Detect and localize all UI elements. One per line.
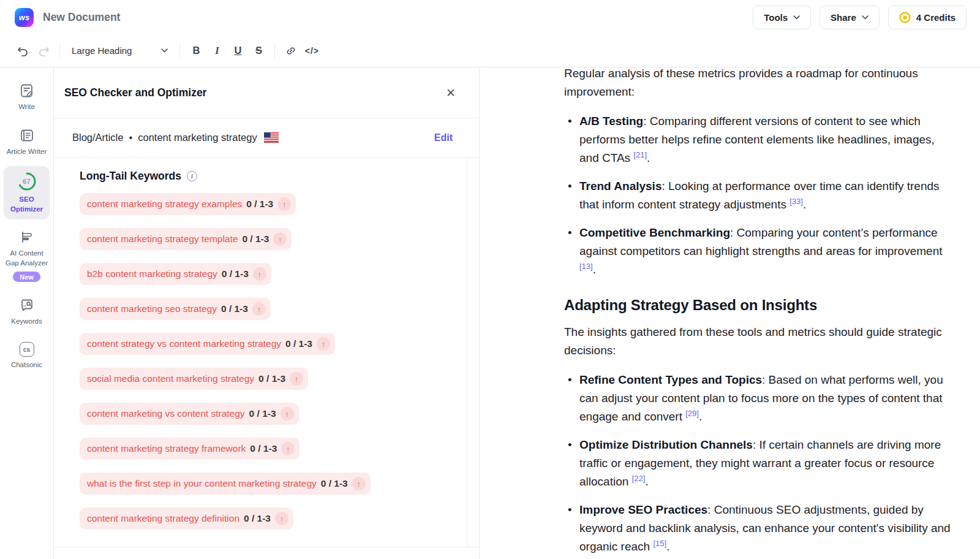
share-button[interactable]: Share: [820, 6, 880, 29]
sidebar-item-ai-content-gap-analyzer[interactable]: AI Content Gap Analyzer New: [4, 224, 50, 287]
keyword-pill[interactable]: b2b content marketing strategy0 / 1-3↑: [80, 263, 271, 285]
keyword-text: content marketing strategy definition: [87, 513, 239, 524]
sidebar-item-chatsonic[interactable]: cs Chatsonic: [4, 337, 50, 376]
citation-link[interactable]: [21]: [633, 150, 647, 159]
keyword-row: b2b content marketing strategy0 / 1-3↑: [80, 263, 467, 285]
italic-button[interactable]: I: [206, 40, 227, 61]
app-body: Write Article Writer 67 SEO Optimizer AI…: [0, 67, 980, 559]
text-style-value: Large Heading: [72, 45, 132, 56]
seo-score-ring: 67: [17, 172, 37, 191]
keyword-row: content marketing strategy framework0 / …: [80, 438, 467, 460]
keyword-pill[interactable]: content marketing strategy template0 / 1…: [80, 228, 292, 250]
keywords-scroll-area[interactable]: Long-Tail Keywords i content marketing s…: [54, 158, 467, 547]
keyword-pill[interactable]: content strategy vs content marketing st…: [80, 333, 335, 355]
close-icon[interactable]: ✕: [446, 87, 456, 99]
keyword-row: content strategy vs content marketing st…: [80, 333, 467, 355]
arrow-up-icon: ↑: [352, 477, 366, 490]
top-bar: ws New Document Tools Share 4 Credits: [0, 0, 980, 34]
list-item: Optimize Distribution Channels: If certa…: [564, 436, 956, 492]
keyword-pill[interactable]: content marketing strategy definition0 /…: [80, 508, 293, 530]
seo-panel-title: SEO Checker and Optimizer: [64, 86, 206, 99]
credits-button[interactable]: 4 Credits: [888, 6, 967, 29]
bold-icon: B: [192, 45, 200, 56]
keyword-row: content marketing strategy examples0 / 1…: [80, 193, 467, 215]
code-button[interactable]: </>: [301, 40, 322, 61]
section-heading: Adapting Strategy Based on Insights: [564, 296, 956, 314]
sidebar-item-article-writer[interactable]: Article Writer: [4, 122, 50, 162]
keyword-text: what is the first step in your content m…: [87, 478, 317, 489]
long-tail-keywords-header: Long-Tail Keywords i: [80, 170, 467, 183]
italic-icon: I: [215, 45, 219, 57]
redo-button[interactable]: [33, 40, 54, 61]
chevron-down-icon: [793, 15, 800, 20]
keyword-pill[interactable]: content marketing seo strategy0 / 1-3↑: [80, 298, 271, 320]
redo-icon: [38, 45, 50, 56]
sidebar-item-label: Keywords: [11, 317, 42, 327]
keyword-count: 0 / 1-3: [285, 338, 312, 349]
keyword-row: content marketing vs content strategy0 /…: [80, 403, 467, 425]
seo-checker-panel: SEO Checker and Optimizer ✕ Blog/Article…: [54, 67, 480, 559]
sidebar-item-label: SEO Optimizer: [5, 195, 48, 214]
undo-button[interactable]: [12, 40, 33, 61]
seo-panel-footer: [54, 547, 479, 559]
seo-score-value: 67: [17, 172, 37, 191]
document-editor[interactable]: Regular analysis of these metrics provid…: [480, 67, 980, 559]
target-keyword-label: content marketing strategy: [138, 132, 257, 143]
seo-panel-header: SEO Checker and Optimizer ✕: [54, 67, 479, 118]
list-item: Competitive Benchmarking: Comparing your…: [564, 224, 956, 280]
sidebar-item-keywords[interactable]: Keywords: [4, 292, 50, 332]
sidebar-item-write[interactable]: Write: [4, 77, 50, 118]
strikethrough-button[interactable]: S: [248, 40, 269, 61]
link-button[interactable]: [281, 40, 301, 61]
arrow-up-icon: ↑: [317, 337, 330, 351]
left-sidebar: Write Article Writer 67 SEO Optimizer AI…: [0, 67, 54, 559]
underline-button[interactable]: U: [227, 40, 248, 61]
keyword-text: content marketing vs content strategy: [87, 408, 245, 419]
tools-label: Tools: [764, 12, 788, 23]
keyword-pill[interactable]: social media content marketing strategy0…: [80, 368, 308, 390]
credits-label: 4 Credits: [916, 12, 956, 23]
citation-link[interactable]: [29]: [685, 409, 699, 418]
citation-link[interactable]: [22]: [632, 474, 646, 483]
citation-link[interactable]: [15]: [653, 539, 666, 548]
scrollbar-gutter[interactable]: [467, 158, 479, 547]
document-title[interactable]: New Document: [43, 11, 120, 24]
seo-target-summary: Blog/Article • content marketing strateg…: [72, 132, 279, 143]
keyword-count: 0 / 1-3: [250, 443, 277, 454]
text-style-dropdown[interactable]: Large Heading: [66, 45, 174, 56]
keyword-pill[interactable]: content marketing strategy framework0 / …: [80, 438, 300, 460]
toolbar-divider: [59, 44, 60, 58]
keyword-row: social media content marketing strategy0…: [80, 368, 467, 390]
toolbar-divider: [274, 44, 275, 58]
citation-link[interactable]: [33]: [790, 197, 803, 206]
arrow-up-icon: ↑: [273, 232, 287, 246]
keyword-row: what is the first step in your content m…: [80, 473, 467, 495]
chatsonic-icon-text: cs: [23, 346, 31, 353]
edit-button[interactable]: Edit: [434, 132, 453, 143]
keyword-pill[interactable]: what is the first step in your content m…: [80, 473, 371, 495]
list-item: Trend Analysis: Looking at performance o…: [564, 177, 956, 215]
sidebar-item-seo-optimizer[interactable]: 67 SEO Optimizer: [4, 166, 50, 219]
top-bar-actions: Tools Share 4 Credits: [753, 6, 967, 29]
write-icon: [19, 83, 35, 99]
arrow-up-icon: ↑: [277, 197, 291, 211]
keyword-pill[interactable]: content marketing strategy examples0 / 1…: [80, 193, 296, 215]
keywords-icon: [19, 297, 35, 313]
toolbar-divider: [179, 44, 180, 58]
citation-link[interactable]: [13]: [579, 262, 593, 271]
keyword-text: content marketing strategy examples: [87, 199, 242, 210]
keyword-pill[interactable]: content marketing vs content strategy0 /…: [80, 403, 299, 425]
info-icon[interactable]: i: [187, 171, 197, 181]
keyword-text: content strategy vs content marketing st…: [87, 338, 281, 349]
us-flag-icon: [264, 132, 279, 143]
arrow-up-icon: ↑: [281, 407, 294, 420]
bold-button[interactable]: B: [186, 40, 206, 61]
seo-panel-subheader: Blog/Article • content marketing strateg…: [54, 118, 479, 158]
arrow-up-icon: ↑: [290, 372, 303, 386]
writesonic-logo: ws: [15, 8, 34, 27]
tools-button[interactable]: Tools: [753, 6, 811, 29]
editor-toolbar: Large Heading B I U S </>: [0, 34, 980, 67]
arrow-up-icon: ↑: [252, 302, 266, 316]
keyword-count: 0 / 1-3: [321, 478, 348, 489]
arrow-up-icon: ↑: [275, 512, 288, 525]
